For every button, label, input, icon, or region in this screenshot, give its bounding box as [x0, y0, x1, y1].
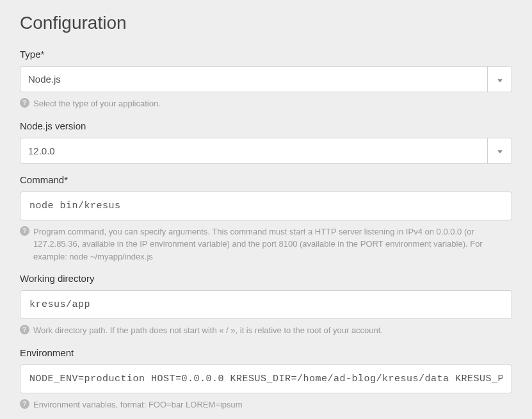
svg-text:?: ? — [22, 326, 26, 333]
command-input[interactable] — [20, 192, 512, 220]
help-icon: ? — [20, 226, 29, 236]
working-dir-help: ? Work directory path. If the path does … — [20, 324, 512, 337]
type-help-text: Select the type of your application. — [33, 97, 161, 110]
working-dir-help-text: Work directory path. If the path does no… — [33, 324, 383, 337]
field-node-version: Node.js version 12.0.0 — [20, 120, 512, 164]
type-select-value: Node.js — [20, 66, 487, 92]
environment-help: ? Environment variables, format: FOO=bar… — [20, 398, 512, 411]
svg-text:?: ? — [22, 400, 26, 407]
type-help: ? Select the type of your application. — [20, 97, 512, 110]
type-select[interactable]: Node.js — [20, 66, 512, 92]
chevron-down-icon — [497, 145, 503, 156]
environment-input[interactable] — [20, 365, 512, 393]
svg-text:?: ? — [22, 227, 26, 234]
type-label: Type* — [20, 49, 512, 60]
working-dir-label: Working directory — [20, 273, 512, 284]
field-environment: Environment ? Environment variables, for… — [20, 347, 512, 411]
node-version-select[interactable]: 12.0.0 — [20, 138, 512, 164]
command-label: Command* — [20, 174, 512, 185]
command-help-text: Program command, you can specify argumen… — [33, 226, 512, 263]
command-help: ? Program command, you can specify argum… — [20, 226, 512, 263]
help-icon: ? — [20, 98, 29, 108]
svg-text:?: ? — [22, 99, 26, 106]
environment-label: Environment — [20, 347, 512, 358]
page-title: Configuration — [20, 13, 512, 33]
help-icon: ? — [20, 399, 29, 409]
node-version-select-caret[interactable] — [487, 138, 512, 164]
type-select-caret[interactable] — [487, 66, 512, 92]
field-type: Type* Node.js ? Select the type of your … — [20, 49, 512, 110]
environment-help-text: Environment variables, format: FOO=bar L… — [33, 398, 243, 411]
field-working-dir: Working directory ? Work directory path.… — [20, 273, 512, 337]
node-version-select-value: 12.0.0 — [20, 138, 487, 164]
node-version-label: Node.js version — [20, 120, 512, 131]
help-icon: ? — [20, 325, 29, 334]
working-dir-input[interactable] — [20, 290, 512, 319]
chevron-down-icon — [497, 74, 503, 85]
field-command: Command* ? Program command, you can spec… — [20, 174, 512, 263]
